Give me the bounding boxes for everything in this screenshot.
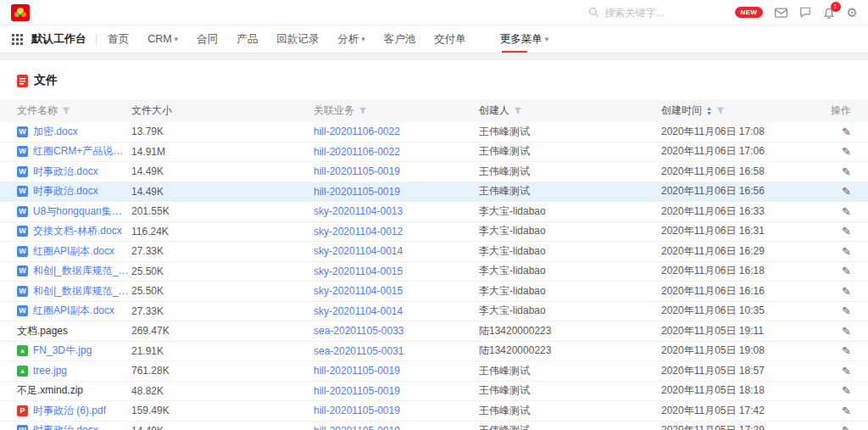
create-time: 2020年11月06日 17:06 [661,144,816,159]
create-time: 2020年11月06日 16:31 [661,224,816,238]
related-business-link[interactable]: sky-20201104-0014 [314,305,403,317]
nav-item[interactable]: CRM▾ [147,25,178,53]
workspace-title[interactable]: 默认工作台 [31,31,86,47]
create-time: 2020年11月05日 18:57 [661,364,816,378]
edit-icon[interactable]: ✎ [842,365,851,377]
mail-icon[interactable] [775,8,787,18]
edit-icon[interactable]: ✎ [842,325,851,338]
edit-icon[interactable]: ✎ [842,285,851,298]
create-time: 2020年11月05日 17:29 [661,423,816,430]
file-name-link[interactable]: 和创|_数据库规范_20171124.doc [33,264,131,278]
settings-gear-icon[interactable]: ⚙ [847,6,858,19]
global-search[interactable] [588,7,723,19]
filter-icon[interactable] [716,107,725,115]
related-business-link[interactable]: hill-20201105-0019 [314,186,400,198]
file-size: 14.91M [131,146,314,158]
nav-item[interactable]: 交付单 [434,25,466,53]
edit-icon[interactable]: ✎ [842,424,851,430]
search-input[interactable] [604,7,723,19]
related-business-link[interactable]: sky-20201104-0012 [314,226,403,237]
nav-item[interactable]: 合同 [197,25,218,53]
edit-icon[interactable]: ✎ [842,126,851,138]
nav-item[interactable]: 更多菜单▾ [500,25,549,53]
edit-icon[interactable]: ✎ [842,265,851,277]
word-file-icon: W [17,286,28,297]
related-business-link[interactable]: hill-20201105-0019 [314,165,400,177]
related-business-link[interactable]: hill-20201106-0022 [314,126,400,137]
related-business-link[interactable]: hill-20201105-0019 [314,365,400,377]
file-page-icon [17,75,28,87]
table-row: W 和创|_数据库规范_20171124.doc 25.50K sky-2020… [0,282,868,302]
word-file-icon: W [17,186,28,197]
file-name-link[interactable]: 加密.docx [33,125,78,139]
filter-icon[interactable] [62,107,70,115]
related-business-link[interactable]: sky-20201104-0013 [314,205,403,217]
filter-icon[interactable] [359,107,367,115]
table-row: W 交接文档-林桥.docx 116.24K sky-20201104-0012… [0,222,868,243]
nav-item[interactable]: 客户池 [384,25,416,53]
edit-icon[interactable]: ✎ [842,384,851,397]
file-name-link[interactable]: 时事政治.docx [33,165,98,179]
file-name-link[interactable]: 红圈CRM+产品说明201901_前端... [33,144,131,159]
word-file-icon: W [17,305,28,316]
related-business-link[interactable]: hill-20201105-0019 [314,385,400,397]
file-name-link[interactable]: 和创|_数据库规范_20171124.doc [33,284,131,299]
file-name-link[interactable]: FN_3D牛.jpg [33,343,92,358]
edit-icon[interactable]: ✎ [842,405,851,417]
table-row: 不足.xmind.zip 48.82K hill-20201105-0019 王… [0,382,868,402]
file-size: 761.28K [131,365,314,377]
edit-icon[interactable]: ✎ [842,304,851,317]
related-business-link[interactable]: hill-20201106-0022 [314,146,400,158]
file-name-link[interactable]: 交接文档-林桥.docx [33,224,122,238]
filter-icon[interactable] [514,107,522,115]
edit-icon[interactable]: ✎ [842,344,851,357]
nav-item[interactable]: 回款记录 [276,25,319,53]
nav-item[interactable]: 首页 [108,25,129,53]
file-name-link[interactable]: 时事政治 (6).pdf [33,404,106,418]
sort-icon[interactable]: ▲▼ [706,106,712,116]
related-business-link[interactable]: sky-20201104-0014 [314,245,403,257]
related-business-link[interactable]: hill-20201105-0019 [314,405,400,416]
table-row: W U8与hongquan集成方案.docx 201.55K sky-20201… [0,202,868,222]
word-file-icon: W [17,226,28,237]
related-business-link[interactable]: sky-20201104-0015 [314,265,403,277]
file-name-link[interactable]: tree.jpg [33,365,67,377]
apps-grid-icon[interactable] [12,34,23,45]
nav-item[interactable]: 产品 [236,25,258,53]
edit-icon[interactable]: ✎ [842,165,851,178]
chat-icon[interactable] [799,7,811,18]
related-business-link[interactable]: sky-20201104-0015 [314,285,403,297]
related-business-link[interactable]: sea-20201105-0031 [314,345,404,357]
file-name-link[interactable]: 红圈API副本.docx [33,304,114,318]
file-name-link: 文档.pages [17,324,68,338]
edit-icon[interactable]: ✎ [842,205,851,218]
create-time: 2020年11月05日 18:18 [661,383,816,398]
files-table: 文件名称 文件大小 关联业务 创建人 创建时间 [0,99,868,430]
image-file-icon: ▴ [17,345,28,356]
table-row: W 和创|_数据库规范_20171124.doc 25.50K sky-2020… [0,262,868,282]
app-logo[interactable] [10,3,31,22]
nav-item[interactable]: 分析▾ [337,25,365,53]
create-time: 2020年11月05日 19:11 [661,324,816,338]
edit-icon[interactable]: ✎ [842,225,851,237]
file-size: 27.33K [131,245,314,257]
topbar-actions: NEW 1 ⚙ [588,6,858,19]
creator-name: 李大宝-lidabao [479,204,661,219]
related-business-link[interactable]: sea-20201105-0033 [314,325,404,337]
file-name-link[interactable]: 时事政治.docx [33,423,98,430]
create-time: 2020年11月05日 19:08 [661,343,816,358]
chevron-down-icon: ▾ [175,35,179,43]
edit-icon[interactable]: ✎ [842,145,851,158]
file-name-link[interactable]: U8与hongquan集成方案.docx [33,204,131,219]
create-time: 2020年11月06日 10:35 [661,304,816,318]
file-size: 201.55K [131,205,314,217]
related-business-link[interactable]: hill-20201105-0019 [314,425,400,430]
notifications-bell-icon[interactable]: 1 [823,7,835,19]
col-header-file-size: 文件大小 [131,103,172,118]
creator-name: 王伟峰测试 [479,165,661,179]
file-name-link[interactable]: 红圈API副本.docx [33,244,114,259]
edit-icon[interactable]: ✎ [842,245,851,258]
col-header-related-business: 关联业务 [314,103,354,118]
file-name-link[interactable]: 时事政治.docx [33,184,98,198]
edit-icon[interactable]: ✎ [842,185,851,198]
